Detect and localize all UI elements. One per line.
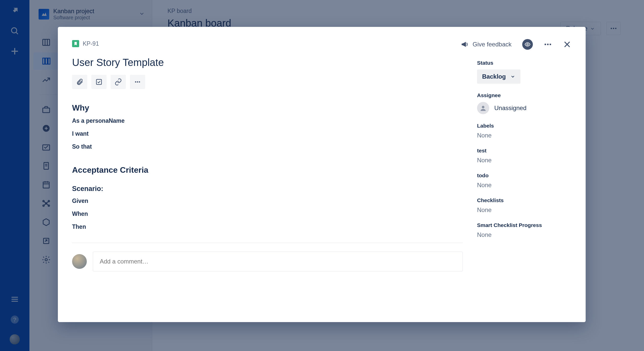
field-value[interactable]: None [477,132,571,139]
why-line[interactable]: So that [72,142,463,151]
field-label: todo [477,172,571,179]
why-line[interactable]: I want [72,129,463,138]
link-button[interactable] [111,75,126,89]
field-label: Checklists [477,197,571,203]
svg-point-52 [139,81,140,83]
comment-avatar [72,254,87,269]
field-value[interactable]: None [477,182,571,189]
comment-input[interactable] [93,252,463,271]
field-value[interactable]: None [477,206,571,214]
svg-point-53 [482,106,484,108]
eye-icon [524,41,531,47]
svg-point-51 [137,81,138,83]
why-line[interactable]: As a personaName [72,116,463,126]
field-label: test [477,148,571,154]
feedback-label: Give feedback [473,41,512,48]
scenario-heading: Scenario: [72,185,463,193]
more-icon [544,40,552,49]
ac-line[interactable]: Given [72,196,463,206]
modal-more-button[interactable] [544,40,552,49]
assignee-value: Unassigned [494,104,527,112]
assignee-label: Assignee [477,92,571,98]
more-actions-button[interactable] [130,75,145,89]
ac-heading: Acceptance Criteria [72,165,463,175]
attach-button[interactable] [72,75,87,89]
more-icon [134,78,141,86]
assignee-field[interactable]: Unassigned [477,102,571,114]
megaphone-icon [461,40,469,49]
status-label: Status [477,60,571,66]
svg-rect-49 [96,79,101,84]
divider [72,243,463,243]
link-icon [114,78,122,86]
chevron-down-icon [510,74,515,79]
checkbox-icon [95,78,103,86]
give-feedback-button[interactable]: Give feedback [461,40,512,49]
svg-point-46 [550,44,551,45]
field-label: Labels [477,123,571,129]
svg-point-43 [527,44,528,45]
watch-button[interactable] [522,39,533,50]
issue-title[interactable]: User Story Template [72,57,463,68]
svg-point-45 [547,44,549,45]
close-icon [563,40,571,49]
field-label: Smart Checklist Progress [477,222,571,228]
status-value: Backlog [482,73,506,80]
issue-breadcrumb[interactable]: KP-91 [72,40,463,47]
attachment-icon [76,78,83,86]
svg-point-50 [135,81,136,83]
person-icon [477,102,489,114]
why-heading: Why [72,103,463,113]
field-value[interactable]: None [477,157,571,164]
issue-key[interactable]: KP-91 [83,40,99,47]
status-button[interactable]: Backlog [477,69,520,84]
issue-modal: Give feedback KP-91 User Story Template [58,27,586,322]
story-icon [72,40,79,47]
field-value[interactable]: None [477,231,571,238]
ac-line[interactable]: Then [72,222,463,232]
svg-point-44 [545,44,546,45]
close-button[interactable] [563,40,571,49]
checklist-button[interactable] [91,75,107,89]
ac-line[interactable]: When [72,209,463,219]
